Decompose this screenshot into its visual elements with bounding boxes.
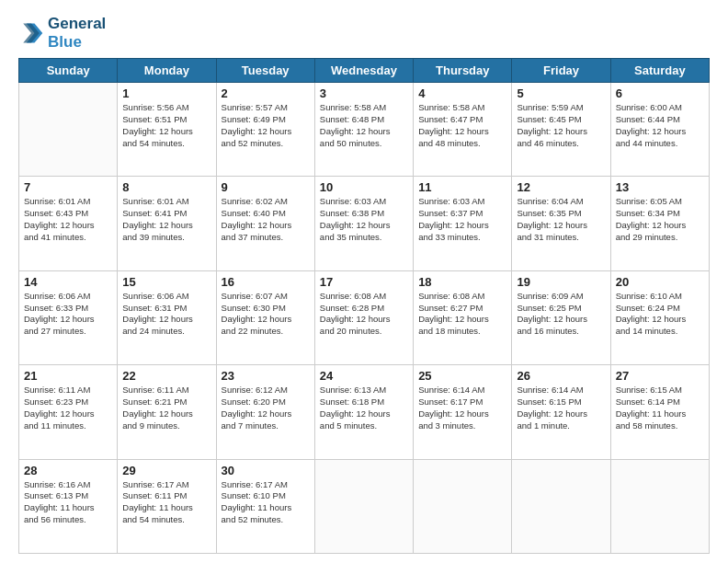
day-number: 4 [418,86,506,100]
day-number: 1 [122,86,210,100]
calendar-cell: 14Sunrise: 6:06 AM Sunset: 6:33 PM Dayli… [19,270,118,364]
calendar-cell: 22Sunrise: 6:11 AM Sunset: 6:21 PM Dayli… [118,365,216,459]
calendar-cell: 7Sunrise: 6:01 AM Sunset: 6:43 PM Daylig… [19,177,118,270]
day-number: 20 [616,275,704,289]
calendar-day-header: Wednesday [314,59,413,83]
header: General Blue [18,15,710,51]
day-number: 15 [122,275,210,289]
cell-info: Sunrise: 5:57 AM Sunset: 6:49 PM Dayligh… [222,102,310,149]
cell-info: Sunrise: 6:02 AM Sunset: 6:40 PM Dayligh… [222,196,310,243]
calendar-cell [19,83,118,177]
day-number: 17 [320,275,408,289]
logo: General Blue [18,15,106,51]
calendar-cell [610,459,709,553]
day-number: 19 [517,275,605,289]
calendar-day-header: Tuesday [216,59,314,83]
cell-info: Sunrise: 6:09 AM Sunset: 6:25 PM Dayligh… [517,291,605,338]
cell-info: Sunrise: 6:08 AM Sunset: 6:28 PM Dayligh… [320,291,408,338]
calendar-week-row: 14Sunrise: 6:06 AM Sunset: 6:33 PM Dayli… [19,270,710,364]
cell-info: Sunrise: 5:56 AM Sunset: 6:51 PM Dayligh… [122,102,210,149]
day-number: 13 [616,180,704,194]
calendar-day-header: Saturday [610,59,709,83]
day-number: 24 [320,369,408,383]
day-number: 27 [616,369,704,383]
cell-info: Sunrise: 6:12 AM Sunset: 6:20 PM Dayligh… [222,385,310,431]
calendar-cell [414,459,512,553]
cell-info: Sunrise: 6:00 AM Sunset: 6:44 PM Dayligh… [616,102,704,149]
calendar-cell: 28Sunrise: 6:16 AM Sunset: 6:13 PM Dayli… [19,459,118,553]
calendar-cell: 20Sunrise: 6:10 AM Sunset: 6:24 PM Dayli… [610,270,709,364]
calendar-header-row: SundayMondayTuesdayWednesdayThursdayFrid… [19,59,710,83]
calendar-cell: 10Sunrise: 6:03 AM Sunset: 6:38 PM Dayli… [314,177,413,270]
day-number: 29 [122,464,210,477]
cell-info: Sunrise: 6:16 AM Sunset: 6:13 PM Dayligh… [24,479,112,526]
logo-icon [18,20,44,46]
cell-info: Sunrise: 6:14 AM Sunset: 6:15 PM Dayligh… [517,385,605,431]
day-number: 7 [24,180,112,194]
calendar-cell: 27Sunrise: 6:15 AM Sunset: 6:14 PM Dayli… [610,365,709,459]
cell-info: Sunrise: 6:17 AM Sunset: 6:10 PM Dayligh… [222,479,310,526]
calendar-cell: 17Sunrise: 6:08 AM Sunset: 6:28 PM Dayli… [314,270,413,364]
day-number: 30 [222,464,310,477]
day-number: 8 [122,180,210,194]
cell-info: Sunrise: 6:05 AM Sunset: 6:34 PM Dayligh… [616,196,704,243]
cell-info: Sunrise: 6:06 AM Sunset: 6:33 PM Dayligh… [24,291,112,338]
calendar-cell: 24Sunrise: 6:13 AM Sunset: 6:18 PM Dayli… [314,365,413,459]
day-number: 10 [320,180,408,194]
day-number: 3 [320,86,408,100]
calendar-cell: 21Sunrise: 6:11 AM Sunset: 6:23 PM Dayli… [19,365,118,459]
cell-info: Sunrise: 6:04 AM Sunset: 6:35 PM Dayligh… [517,196,605,243]
calendar-cell: 30Sunrise: 6:17 AM Sunset: 6:10 PM Dayli… [216,459,314,553]
cell-info: Sunrise: 5:59 AM Sunset: 6:45 PM Dayligh… [517,102,605,149]
calendar-cell: 13Sunrise: 6:05 AM Sunset: 6:34 PM Dayli… [610,177,709,270]
day-number: 11 [418,180,506,194]
calendar-cell [512,459,610,553]
page: General Blue SundayMondayTuesdayWednesda… [0,0,728,563]
calendar-cell: 25Sunrise: 6:14 AM Sunset: 6:17 PM Dayli… [414,365,512,459]
calendar-day-header: Monday [118,59,216,83]
cell-info: Sunrise: 6:17 AM Sunset: 6:11 PM Dayligh… [122,479,210,526]
cell-info: Sunrise: 6:07 AM Sunset: 6:30 PM Dayligh… [222,291,310,338]
cell-info: Sunrise: 6:13 AM Sunset: 6:18 PM Dayligh… [320,385,408,431]
cell-info: Sunrise: 6:01 AM Sunset: 6:41 PM Dayligh… [122,196,210,243]
cell-info: Sunrise: 6:14 AM Sunset: 6:17 PM Dayligh… [418,385,506,431]
day-number: 2 [222,86,310,100]
day-number: 28 [24,464,112,477]
calendar-week-row: 1Sunrise: 5:56 AM Sunset: 6:51 PM Daylig… [19,83,710,177]
day-number: 12 [517,180,605,194]
calendar-day-header: Sunday [19,59,118,83]
calendar-cell: 5Sunrise: 5:59 AM Sunset: 6:45 PM Daylig… [512,83,610,177]
calendar-cell: 1Sunrise: 5:56 AM Sunset: 6:51 PM Daylig… [118,83,216,177]
calendar-cell: 8Sunrise: 6:01 AM Sunset: 6:41 PM Daylig… [118,177,216,270]
day-number: 14 [24,275,112,289]
calendar-cell: 26Sunrise: 6:14 AM Sunset: 6:15 PM Dayli… [512,365,610,459]
day-number: 21 [24,369,112,383]
cell-info: Sunrise: 6:03 AM Sunset: 6:38 PM Dayligh… [320,196,408,243]
calendar-week-row: 7Sunrise: 6:01 AM Sunset: 6:43 PM Daylig… [19,177,710,270]
day-number: 9 [222,180,310,194]
calendar-cell [314,459,413,553]
day-number: 18 [418,275,506,289]
cell-info: Sunrise: 6:11 AM Sunset: 6:23 PM Dayligh… [24,385,112,431]
calendar-cell: 3Sunrise: 5:58 AM Sunset: 6:48 PM Daylig… [314,83,413,177]
calendar-cell: 18Sunrise: 6:08 AM Sunset: 6:27 PM Dayli… [414,270,512,364]
calendar-cell: 2Sunrise: 5:57 AM Sunset: 6:49 PM Daylig… [216,83,314,177]
cell-info: Sunrise: 6:08 AM Sunset: 6:27 PM Dayligh… [418,291,506,338]
calendar-cell: 9Sunrise: 6:02 AM Sunset: 6:40 PM Daylig… [216,177,314,270]
cell-info: Sunrise: 6:10 AM Sunset: 6:24 PM Dayligh… [616,291,704,338]
calendar-cell: 16Sunrise: 6:07 AM Sunset: 6:30 PM Dayli… [216,270,314,364]
cell-info: Sunrise: 5:58 AM Sunset: 6:48 PM Dayligh… [320,102,408,149]
day-number: 23 [222,369,310,383]
day-number: 22 [122,369,210,383]
calendar-week-row: 28Sunrise: 6:16 AM Sunset: 6:13 PM Dayli… [19,459,710,553]
cell-info: Sunrise: 6:01 AM Sunset: 6:43 PM Dayligh… [24,196,112,243]
calendar-day-header: Friday [512,59,610,83]
day-number: 26 [517,369,605,383]
calendar-day-header: Thursday [414,59,512,83]
cell-info: Sunrise: 6:03 AM Sunset: 6:37 PM Dayligh… [418,196,506,243]
calendar-week-row: 21Sunrise: 6:11 AM Sunset: 6:23 PM Dayli… [19,365,710,459]
calendar-cell: 4Sunrise: 5:58 AM Sunset: 6:47 PM Daylig… [414,83,512,177]
cell-info: Sunrise: 6:06 AM Sunset: 6:31 PM Dayligh… [122,291,210,338]
calendar-table: SundayMondayTuesdayWednesdayThursdayFrid… [18,58,710,554]
calendar-cell: 15Sunrise: 6:06 AM Sunset: 6:31 PM Dayli… [118,270,216,364]
